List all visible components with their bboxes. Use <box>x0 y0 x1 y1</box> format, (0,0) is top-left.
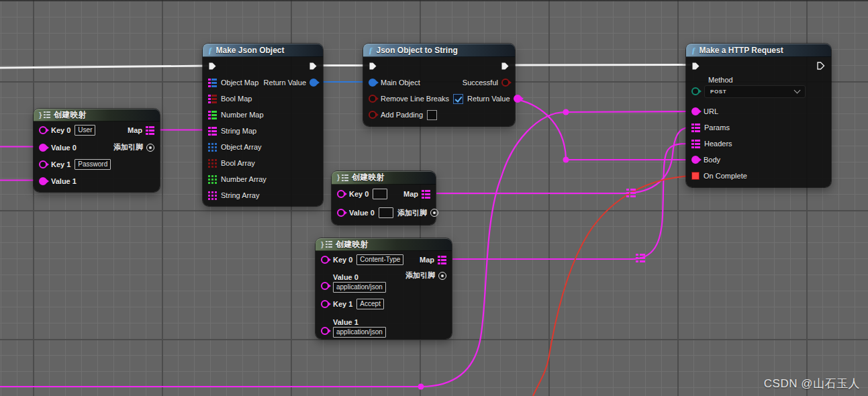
node-make-http-request[interactable]: ƒ Make a HTTP Request Method POST URL Pa… <box>686 44 831 187</box>
pin-label: Headers <box>704 140 732 148</box>
pin-label: Remove Line Breaks <box>381 95 449 103</box>
pin-main-object[interactable] <box>369 79 377 87</box>
pin-number-array[interactable] <box>208 175 217 184</box>
pin-label: Params <box>704 123 730 132</box>
node-title: Make Json Object <box>216 46 285 55</box>
pin-bool-array[interactable] <box>208 159 217 168</box>
pin-value0[interactable] <box>39 144 47 152</box>
map-output-label: Map <box>420 256 434 264</box>
pin-params[interactable] <box>691 123 700 132</box>
pin-label: Number Array <box>221 175 267 183</box>
node-make-map-1[interactable]: } 创建映射 Key 0 User Map Value 0 添加引脚 Key 1… <box>34 109 160 192</box>
return-value-label: Return Value <box>264 79 306 87</box>
pin-label: Value 0 <box>333 273 386 281</box>
exec-in-pin[interactable] <box>208 62 217 70</box>
wire-oncomplete-delegate[interactable] <box>533 176 691 396</box>
node-header[interactable]: ƒ Make Json Object <box>203 44 323 57</box>
pin-label: String Map <box>221 127 256 135</box>
pin-number-map[interactable] <box>208 111 217 119</box>
key0-input[interactable]: User <box>75 125 95 136</box>
pin-object-map[interactable] <box>208 79 217 87</box>
map-output-label: Map <box>128 126 142 134</box>
node-header[interactable]: ƒ Json Object to String <box>363 44 515 57</box>
pin-value0[interactable] <box>321 282 329 290</box>
pin-label: Key 1 <box>51 160 70 168</box>
reroute-dot[interactable] <box>418 384 424 390</box>
method-dropdown[interactable]: POST <box>704 85 806 98</box>
pin-value1[interactable] <box>39 177 47 185</box>
wire-returnvalue-to-body[interactable] <box>508 98 689 160</box>
pin-headers[interactable] <box>691 140 700 148</box>
key0-input[interactable] <box>373 189 387 199</box>
pin-label: Key 0 <box>333 256 352 264</box>
node-title: Json Object to String <box>377 46 458 55</box>
make-map-icon: } <box>39 111 42 119</box>
make-map-grid-icon <box>342 175 348 181</box>
exec-in-pin[interactable] <box>691 62 700 70</box>
node-json-object-to-string[interactable]: ƒ Json Object to String Main Object Succ… <box>363 44 515 126</box>
exec-in-pin[interactable] <box>369 62 377 70</box>
pin-return-value[interactable] <box>514 95 522 103</box>
map-output-pin[interactable] <box>422 190 430 199</box>
pin-label: Bool Map <box>221 95 252 103</box>
value1-input[interactable]: application/json <box>333 327 386 338</box>
map-output-pin[interactable] <box>146 126 154 135</box>
pin-body[interactable] <box>691 156 700 164</box>
pin-successful[interactable] <box>501 79 510 87</box>
pin-label: Bool Array <box>221 159 255 167</box>
pin-key1[interactable] <box>39 160 47 168</box>
key0-input[interactable]: Content-Type <box>356 254 403 265</box>
pin-label: Key 0 <box>349 190 369 198</box>
exec-wire[interactable] <box>0 65 691 68</box>
exec-out-pin[interactable] <box>816 61 826 70</box>
add-pin-icon[interactable] <box>430 209 438 217</box>
blueprint-graph-canvas[interactable]: } 创建映射 Key 0 User Map Value 0 添加引脚 Key 1… <box>0 0 868 396</box>
pin-object-array[interactable] <box>208 143 217 152</box>
value0-input[interactable] <box>379 207 393 218</box>
return-value-pin[interactable] <box>309 79 318 87</box>
pin-method[interactable] <box>691 87 700 95</box>
pin-bool-map[interactable] <box>208 95 217 103</box>
pin-label: Object Array <box>221 143 262 151</box>
pin-add-padding[interactable] <box>369 111 377 119</box>
node-header[interactable]: ƒ Make a HTTP Request <box>686 44 831 57</box>
function-icon: ƒ <box>369 46 373 54</box>
add-padding-checkbox[interactable] <box>427 110 437 120</box>
pin-string-array[interactable] <box>208 191 217 200</box>
pin-label: Successful <box>463 79 498 87</box>
pin-key0[interactable] <box>321 256 329 264</box>
pin-label: Object Map <box>221 79 258 87</box>
pin-key0[interactable] <box>337 190 345 198</box>
pin-url[interactable] <box>691 107 700 115</box>
remove-line-breaks-checkbox[interactable] <box>453 94 463 104</box>
pin-label: Key 1 <box>333 300 352 308</box>
node-header[interactable]: } 创建映射 <box>316 238 452 251</box>
exec-out-pin[interactable] <box>501 62 510 70</box>
pin-key0[interactable] <box>39 126 47 134</box>
node-make-map-2[interactable]: } 创建映射 Key 0 Map Value 0 添加引脚 <box>332 171 436 225</box>
pin-key1[interactable] <box>321 300 329 308</box>
map-output-pin[interactable] <box>438 256 446 264</box>
node-make-json-object[interactable]: ƒ Make Json Object Object Map Return Val… <box>203 44 323 206</box>
value0-input[interactable]: application/json <box>333 282 386 293</box>
key1-input[interactable]: Accept <box>356 299 384 309</box>
reroute-dot[interactable] <box>563 157 569 163</box>
add-pin-icon[interactable] <box>438 272 446 280</box>
method-value: POST <box>710 89 726 95</box>
node-header[interactable]: } 创建映射 <box>34 109 160 121</box>
add-pin-label: 添加引脚 <box>405 270 435 281</box>
reroute-dot[interactable] <box>563 109 569 115</box>
exec-out-pin[interactable] <box>309 62 318 70</box>
pin-value1[interactable] <box>321 327 329 335</box>
pin-string-map[interactable] <box>208 127 217 136</box>
add-pin-icon[interactable] <box>146 144 154 152</box>
make-map-grid-icon <box>44 111 50 118</box>
key1-input[interactable]: Password <box>75 159 111 170</box>
pin-on-complete-delegate[interactable] <box>691 172 700 180</box>
node-header[interactable]: } 创建映射 <box>332 171 436 185</box>
make-map-icon: } <box>321 241 324 248</box>
pin-label: On Complete <box>704 172 747 180</box>
node-make-map-3[interactable]: } 创建映射 Key 0 Content-Type Map Value 0 ap… <box>316 238 452 339</box>
pin-value0[interactable] <box>337 209 345 217</box>
pin-remove-line-breaks[interactable] <box>369 95 377 103</box>
